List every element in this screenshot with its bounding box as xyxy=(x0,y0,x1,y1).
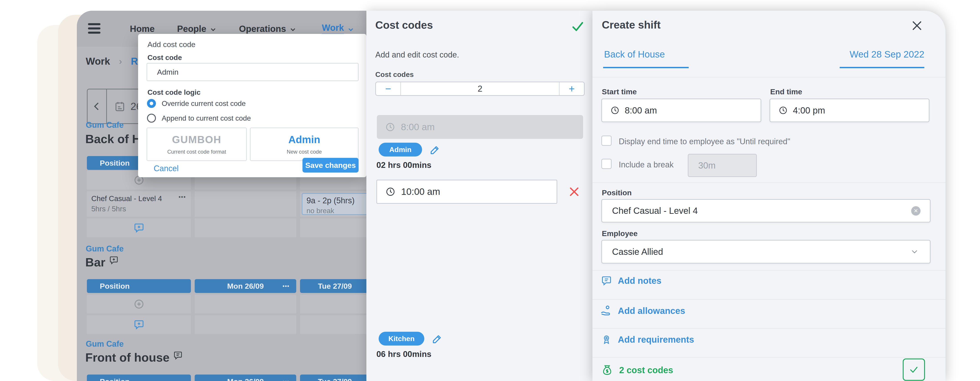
chat-plus-icon[interactable] xyxy=(109,256,118,265)
roster-cell[interactable] xyxy=(87,315,191,334)
split-time-input[interactable]: 10:00 am xyxy=(376,180,557,204)
save-changes-button[interactable]: Save changes xyxy=(302,158,359,172)
roster-cell[interactable] xyxy=(195,218,296,237)
cost-codes-summary-row[interactable]: 2 cost codes xyxy=(601,364,673,376)
add-cost-code-popup: Add cost code Cost code Admin Cost code … xyxy=(138,34,366,177)
award-ribbon-icon xyxy=(601,335,612,345)
start-time-input[interactable]: 8:00 am xyxy=(601,99,761,122)
add-notes-row[interactable]: Add notes xyxy=(601,276,662,286)
check-icon xyxy=(909,365,919,375)
radio-override[interactable]: Override current cost code xyxy=(147,99,246,108)
end-time-label: End time xyxy=(770,88,802,96)
popup-title: Add cost code xyxy=(148,40,195,49)
panel-title: Create shift xyxy=(602,19,660,31)
break-length-value: 30m xyxy=(698,161,716,171)
roster-cell[interactable] xyxy=(87,295,191,314)
team-link[interactable]: Back of House xyxy=(604,49,665,60)
roster-cell[interactable] xyxy=(195,315,296,334)
roster-cell[interactable] xyxy=(300,218,370,237)
roster-cell[interactable] xyxy=(300,295,370,314)
radio-label: Append to current cost code xyxy=(162,114,251,123)
breadcrumb: Work › Ro xyxy=(86,56,144,67)
menu-icon[interactable] xyxy=(88,23,100,36)
row-menu-icon[interactable]: ••• xyxy=(179,193,186,201)
column-menu-icon[interactable]: ••• xyxy=(283,283,290,289)
shift-time: 9a - 2p (5hrs) xyxy=(307,196,374,205)
close-icon[interactable] xyxy=(910,19,923,32)
breadcrumb-root[interactable]: Work xyxy=(86,56,110,67)
add-requirements-label: Add requirements xyxy=(618,335,694,345)
column-header-position: Position xyxy=(87,375,191,381)
divider xyxy=(592,357,945,357)
roster-cell[interactable] xyxy=(195,191,296,217)
add-allowances-row[interactable]: Add allowances xyxy=(600,304,685,317)
venue-link[interactable]: Gum Cafe xyxy=(86,244,124,253)
position-value: Chef Casual - Level 4 xyxy=(612,206,698,216)
clock-icon xyxy=(779,106,788,115)
cost-codes-summary-label: 2 cost codes xyxy=(619,365,673,375)
roster-cell[interactable] xyxy=(195,295,296,314)
column-header-day: Tue 27/09 xyxy=(300,279,370,293)
position-input[interactable]: Chef Casual - Level 4 ✕ xyxy=(601,199,931,223)
radio-append[interactable]: Append to current cost code xyxy=(147,114,251,123)
stepper-value[interactable]: 2 xyxy=(401,82,559,95)
stepper-minus-button[interactable]: − xyxy=(376,82,401,95)
calendar-icon xyxy=(114,100,126,112)
date-link[interactable]: Wed 28 Sep 2022 xyxy=(839,49,924,60)
remove-split-icon[interactable] xyxy=(568,185,581,198)
split-time-value: 10:00 am xyxy=(401,187,440,197)
column-header-day: Mon 26/09 ••• xyxy=(195,375,296,381)
shift-break: no break xyxy=(307,207,334,215)
radio-selected-icon xyxy=(147,99,156,108)
divider xyxy=(592,182,945,183)
roster-cell[interactable]: 9a - 2p (5hrs) no break Ca xyxy=(300,191,370,217)
clock-icon xyxy=(611,106,619,115)
column-header-day: Tue 27/09 xyxy=(300,375,370,381)
cancel-button[interactable]: Cancel xyxy=(154,164,179,173)
cost-code-duration: 02 hrs 00mins xyxy=(376,161,431,170)
add-notes-label: Add notes xyxy=(618,276,662,286)
divider xyxy=(592,328,945,328)
add-allowances-label: Add allowances xyxy=(618,306,685,316)
stepper-plus-button[interactable]: + xyxy=(559,82,584,95)
roster-cell[interactable] xyxy=(87,218,191,237)
column-header-label: Mon 26/09 xyxy=(227,377,264,381)
cost-code-count-stepper: − 2 + xyxy=(375,81,585,96)
prev-date-button[interactable] xyxy=(87,89,107,124)
column-header-label: Tue 27/09 xyxy=(318,377,352,381)
venue-link[interactable]: Gum Cafe xyxy=(86,120,124,130)
cost-code-badge[interactable]: Admin xyxy=(379,143,422,156)
until-required-checkbox[interactable] xyxy=(601,136,612,146)
until-required-label: Display end time to employee as "Until r… xyxy=(619,137,790,146)
include-break-checkbox[interactable] xyxy=(601,159,612,169)
create-shift-panel: Create shift Back of House Wed 28 Sep 20… xyxy=(592,11,945,381)
section-title: Back of H xyxy=(85,132,141,146)
nav-label: Operations xyxy=(239,24,286,34)
nav-label: Work xyxy=(322,23,344,35)
cost-code-input[interactable]: Admin xyxy=(146,63,359,81)
column-menu-icon[interactable]: ••• xyxy=(283,378,290,381)
end-time-input[interactable]: 4:00 pm xyxy=(770,99,929,122)
comment-icon[interactable] xyxy=(173,351,182,360)
chevron-down-icon xyxy=(290,26,296,33)
position-hours: 5hrs / 5hrs xyxy=(91,205,186,213)
edit-pencil-icon[interactable] xyxy=(431,333,443,345)
column-header-label: Tue 27/09 xyxy=(318,282,352,290)
venue-link[interactable]: Gum Cafe xyxy=(86,339,124,349)
clear-icon[interactable]: ✕ xyxy=(911,206,921,215)
edit-pencil-icon[interactable] xyxy=(429,144,441,156)
column-header-label: Mon 26/09 xyxy=(227,282,264,290)
hand-coin-icon xyxy=(600,304,612,317)
cost-codes-confirm-button[interactable] xyxy=(903,359,925,381)
column-header-label: Position xyxy=(100,159,130,167)
cost-code-badge[interactable]: Kitchen xyxy=(379,332,424,346)
confirm-check-icon[interactable] xyxy=(571,20,585,33)
include-break-label: Include a break xyxy=(619,160,673,169)
employee-select[interactable]: Cassie Allied xyxy=(601,240,931,263)
position-cell[interactable]: Chef Casual - Level 4 ••• 5hrs / 5hrs xyxy=(87,191,191,217)
break-length-input: 30m xyxy=(688,154,757,177)
add-requirements-row[interactable]: Add requirements xyxy=(601,335,694,345)
panel-title: Cost codes xyxy=(375,19,433,31)
roster-cell[interactable] xyxy=(300,315,370,334)
column-header-day: Mon 26/09 ••• xyxy=(195,279,296,293)
